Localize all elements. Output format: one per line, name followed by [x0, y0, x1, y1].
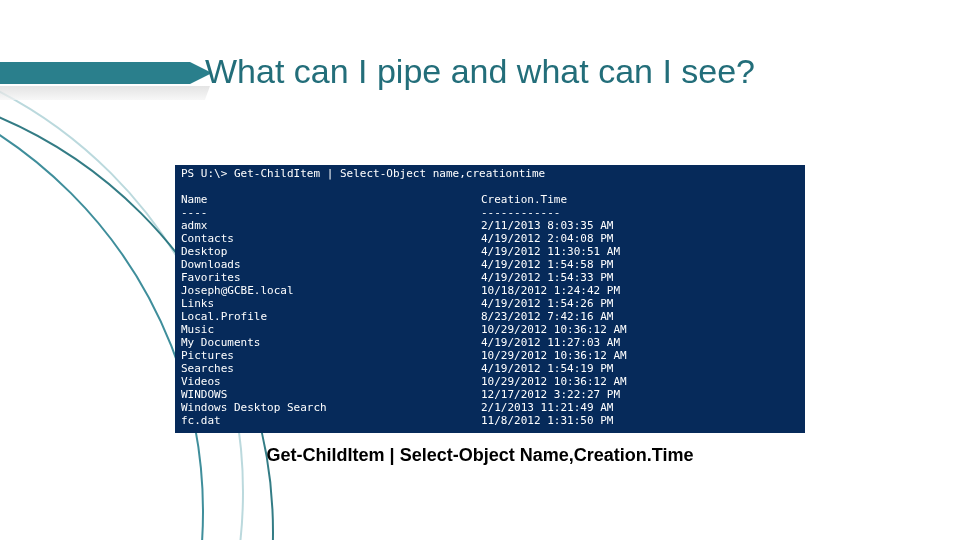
- table-row: Music10/29/2012 10:36:12 AM: [181, 323, 799, 336]
- table-row: Links4/19/2012 1:54:26 PM: [181, 297, 799, 310]
- table-row: Searches4/19/2012 1:54:19 PM: [181, 362, 799, 375]
- cell-name: admx: [181, 219, 481, 232]
- cell-name: Desktop: [181, 245, 481, 258]
- cell-time: 2/11/2013 8:03:35 AM: [481, 219, 799, 232]
- cell-time: 8/23/2012 7:42:16 AM: [481, 310, 799, 323]
- table-row: Desktop4/19/2012 11:30:51 AM: [181, 245, 799, 258]
- cell-name: Videos: [181, 375, 481, 388]
- cell-time: 10/29/2012 10:36:12 AM: [481, 375, 799, 388]
- cell-time: 10/18/2012 1:24:42 PM: [481, 284, 799, 297]
- terminal-body: PS U:\> Get-ChildItem | Select-Object na…: [175, 165, 805, 433]
- terminal-window: PS U:\> Get-ChildItem | Select-Object na…: [175, 151, 805, 433]
- table-row: fc.dat11/8/2012 1:31:50 PM: [181, 414, 799, 427]
- cell-name: Downloads: [181, 258, 481, 271]
- table-row: Joseph@GCBE.local10/18/2012 1:24:42 PM: [181, 284, 799, 297]
- terminal-titlebar: [175, 151, 805, 165]
- cell-name: Contacts: [181, 232, 481, 245]
- cell-time: 10/29/2012 10:36:12 AM: [481, 349, 799, 362]
- table-row: Downloads4/19/2012 1:54:58 PM: [181, 258, 799, 271]
- col-underline: ------------: [481, 206, 799, 219]
- cell-time: 4/19/2012 11:27:03 AM: [481, 336, 799, 349]
- cell-name: Pictures: [181, 349, 481, 362]
- table-row: Videos10/29/2012 10:36:12 AM: [181, 375, 799, 388]
- cell-time: 4/19/2012 1:54:26 PM: [481, 297, 799, 310]
- slide: What can I pipe and what can I see? PS U…: [0, 0, 960, 540]
- cell-time: 2/1/2013 11:21:49 AM: [481, 401, 799, 414]
- col-header-name: Name: [181, 193, 481, 206]
- title-arrow-icon: [0, 62, 190, 84]
- cell-name: Windows Desktop Search: [181, 401, 481, 414]
- cell-name: Local.Profile: [181, 310, 481, 323]
- cell-time: 12/17/2012 3:22:27 PM: [481, 388, 799, 401]
- table-row: My Documents4/19/2012 11:27:03 AM: [181, 336, 799, 349]
- cell-time: 4/19/2012 1:54:58 PM: [481, 258, 799, 271]
- cell-name: Music: [181, 323, 481, 336]
- cell-name: Favorites: [181, 271, 481, 284]
- cell-time: 4/19/2012 2:04:08 PM: [481, 232, 799, 245]
- terminal-prompt: PS U:\> Get-ChildItem | Select-Object na…: [181, 167, 545, 180]
- table-row: Windows Desktop Search2/1/2013 11:21:49 …: [181, 401, 799, 414]
- col-header-time: Creation.Time: [481, 193, 799, 206]
- title-arrow-shadow: [0, 86, 210, 100]
- slide-title: What can I pipe and what can I see?: [205, 52, 755, 91]
- table-row: Favorites4/19/2012 1:54:33 PM: [181, 271, 799, 284]
- cell-name: fc.dat: [181, 414, 481, 427]
- cell-time: 4/19/2012 1:54:33 PM: [481, 271, 799, 284]
- cell-name: Joseph@GCBE.local: [181, 284, 481, 297]
- col-underline: ----: [181, 206, 481, 219]
- table-row: WINDOWS12/17/2012 3:22:27 PM: [181, 388, 799, 401]
- cell-time: 4/19/2012 11:30:51 AM: [481, 245, 799, 258]
- table-row: Pictures10/29/2012 10:36:12 AM: [181, 349, 799, 362]
- slide-caption: Get-ChildItem | Select-Object Name,Creat…: [0, 445, 960, 466]
- cell-time: 4/19/2012 1:54:19 PM: [481, 362, 799, 375]
- cell-name: Links: [181, 297, 481, 310]
- table-row: Local.Profile8/23/2012 7:42:16 AM: [181, 310, 799, 323]
- table-row: admx2/11/2013 8:03:35 AM: [181, 219, 799, 232]
- cell-time: 10/29/2012 10:36:12 AM: [481, 323, 799, 336]
- table-row: Contacts4/19/2012 2:04:08 PM: [181, 232, 799, 245]
- cell-time: 11/8/2012 1:31:50 PM: [481, 414, 799, 427]
- cell-name: WINDOWS: [181, 388, 481, 401]
- cell-name: My Documents: [181, 336, 481, 349]
- cell-name: Searches: [181, 362, 481, 375]
